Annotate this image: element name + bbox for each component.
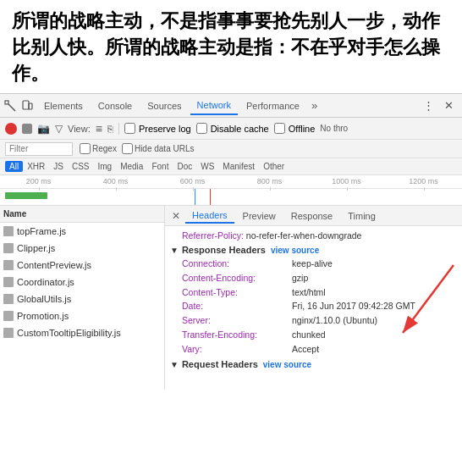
throttle-label: No thro — [320, 124, 348, 133]
screenshot-button[interactable]: 📷 — [37, 123, 50, 135]
tab-performance[interactable]: Performance — [239, 97, 306, 114]
type-ws-button[interactable]: WS — [196, 161, 218, 172]
file-item-promotion[interactable]: Promotion.js — [0, 307, 164, 324]
tab-network[interactable]: Network — [190, 97, 238, 115]
tab-elements[interactable]: Elements — [37, 97, 90, 114]
type-doc-button[interactable]: Doc — [173, 161, 196, 172]
timeline-blue-line — [195, 189, 195, 206]
file-name: topFrame.js — [17, 226, 66, 236]
devtools-tabbar: Elements Console Sources Network Perform… — [0, 94, 462, 118]
detail-panel: ✕ Headers Preview Response Timing Referr… — [165, 206, 462, 390]
file-icon — [3, 243, 14, 253]
timeline-area: 200 ms 400 ms 600 ms 800 ms 1000 ms 1200… — [0, 175, 462, 206]
screenshot-view-icon[interactable]: ⎘ — [107, 124, 113, 134]
view-source-link[interactable]: view source — [271, 246, 319, 255]
file-item-coordinator[interactable]: Coordinator.js — [0, 274, 164, 291]
type-manifest-button[interactable]: Manifest — [218, 161, 259, 172]
file-icon — [3, 226, 14, 236]
filter-options: Regex Hide data URLs — [80, 143, 195, 154]
file-name: ContentPreview.js — [17, 260, 91, 270]
header-val: Fri, 16 Jun 2017 09:42:28 GMT — [292, 300, 415, 313]
network-toolbar: 📷 ▽ View: ≡ ⎘ Preserve log Disable cache… — [0, 118, 462, 140]
detail-panel-close-button[interactable]: ✕ — [168, 210, 184, 222]
tab-preview[interactable]: Preview — [236, 209, 283, 223]
file-item-customtooltip[interactable]: CustomTooltipEligibility.js — [0, 324, 164, 341]
file-item-clipper[interactable]: Clipper.js — [0, 240, 164, 257]
offline-label: Offline — [289, 124, 316, 134]
response-headers-title[interactable]: ▼ Response Headers view source — [170, 245, 457, 255]
devtools-menu-button[interactable]: ⋮ — [420, 97, 437, 113]
type-filter-bar: All XHR JS CSS Img Media Font Doc WS Man… — [0, 158, 462, 175]
header-row-connection: Connection: keep-alive — [170, 257, 457, 271]
header-val: Accept — [292, 343, 319, 356]
filter-input[interactable] — [5, 142, 73, 156]
file-name: Promotion.js — [17, 311, 69, 321]
record-button[interactable] — [5, 123, 17, 135]
header-row-server: Server: nginx/1.10.0 (Ubuntu) — [170, 313, 457, 328]
type-font-button[interactable]: Font — [147, 161, 173, 172]
view-label: View: — [68, 124, 91, 134]
filter-icon[interactable]: ▽ — [55, 123, 63, 135]
list-view-icon[interactable]: ≡ — [96, 122, 102, 136]
referrer-policy-row: Referrer-Policy: no-refer-fer-when-downg… — [170, 230, 457, 241]
regex-checkbox[interactable] — [80, 143, 91, 154]
file-name: Coordinator.js — [17, 277, 74, 287]
timeline-green-bar — [5, 192, 47, 199]
hide-data-urls-label: Hide data URLs — [122, 143, 195, 154]
header-key: Date: — [182, 300, 292, 313]
tab-response[interactable]: Response — [284, 209, 340, 223]
file-list: Name topFrame.js Clipper.js ContentPrevi… — [0, 206, 165, 390]
stop-button[interactable] — [22, 124, 32, 134]
inspect-icon[interactable] — [3, 99, 17, 113]
file-icon — [3, 294, 14, 304]
file-item-topframe[interactable]: topFrame.js — [0, 223, 164, 240]
type-xhr-button[interactable]: XHR — [23, 161, 49, 172]
header-key: Server: — [182, 314, 292, 327]
type-other-button[interactable]: Other — [259, 161, 289, 172]
devtools-panel: Elements Console Sources Network Perform… — [0, 93, 462, 390]
header-row-content-encoding: Content-Encoding: gzip — [170, 271, 457, 285]
file-icon — [3, 260, 14, 270]
request-headers-title[interactable]: ▼ Request Headers view source — [170, 359, 457, 369]
headers-content: Referrer-Policy: no-refer-fer-when-downg… — [165, 226, 462, 390]
type-all-button[interactable]: All — [5, 161, 23, 172]
collapse-icon: ▼ — [170, 246, 179, 255]
type-css-button[interactable]: CSS — [68, 161, 94, 172]
response-headers-label: Response Headers — [182, 245, 266, 255]
preserve-log-group: Preserve log — [124, 123, 191, 134]
svg-rect-0 — [5, 101, 8, 104]
device-icon[interactable] — [20, 99, 34, 113]
regex-label: Regex — [80, 143, 117, 154]
ruler-mark-1000: 1000 ms — [308, 177, 385, 185]
file-item-globalutils[interactable]: GlobalUtils.js — [0, 291, 164, 307]
header-row-content-type: Content-Type: text/html — [170, 285, 457, 300]
ruler-mark-600: 600 ms — [154, 177, 231, 185]
more-tabs-button[interactable]: » — [308, 97, 321, 113]
file-icon — [3, 277, 14, 287]
header-val: nginx/1.10.0 (Ubuntu) — [292, 314, 377, 327]
tab-headers[interactable]: Headers — [185, 208, 234, 224]
tab-timing[interactable]: Timing — [341, 209, 382, 223]
header-key: Content-Encoding: — [182, 272, 292, 285]
ruler-mark-200: 200 ms — [0, 177, 77, 185]
timeline-bar-area — [0, 189, 462, 204]
file-item-contentpreview[interactable]: ContentPreview.js — [0, 257, 164, 274]
disable-cache-checkbox[interactable] — [196, 123, 207, 134]
filter-bar: Regex Hide data URLs — [0, 140, 462, 158]
header-val: gzip — [292, 272, 308, 285]
tab-console[interactable]: Console — [91, 97, 139, 114]
disable-cache-label: Disable cache — [211, 124, 269, 134]
hide-data-urls-checkbox[interactable] — [122, 143, 133, 154]
type-js-button[interactable]: JS — [49, 161, 68, 172]
offline-checkbox[interactable] — [274, 123, 285, 134]
svg-rect-3 — [29, 103, 32, 109]
tab-sources[interactable]: Sources — [140, 97, 188, 114]
request-view-source-link[interactable]: view source — [263, 360, 311, 369]
type-img-button[interactable]: Img — [93, 161, 116, 172]
separator — [118, 123, 119, 135]
preserve-log-checkbox[interactable] — [124, 123, 135, 134]
file-list-header: Name — [0, 206, 164, 223]
offline-group: Offline — [274, 123, 316, 134]
devtools-close-button[interactable]: ✕ — [439, 97, 459, 113]
type-media-button[interactable]: Media — [116, 161, 147, 172]
